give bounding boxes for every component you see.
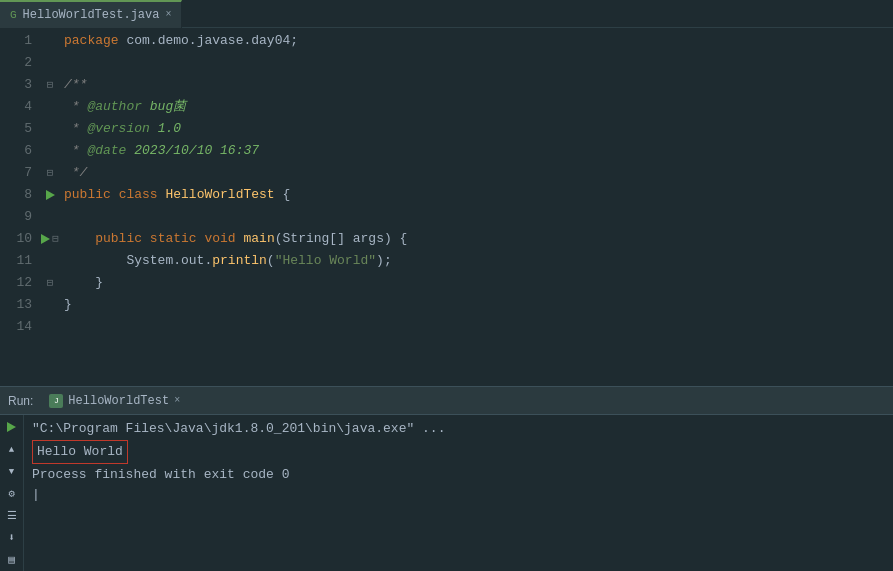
run-tab-java-icon: J — [54, 396, 59, 405]
java-file-icon: G — [10, 9, 17, 21]
code-line-3: /** — [60, 74, 893, 96]
code-line-8: public class HelloWorldTest { — [60, 184, 893, 206]
download-icon: ⬇ — [8, 531, 15, 544]
gutter-1 — [40, 30, 60, 52]
run-download-button[interactable]: ⬇ — [3, 529, 21, 545]
gutter-9 — [40, 206, 60, 228]
run-panel: Run: J HelloWorldTest × — [0, 386, 893, 571]
run-play-button[interactable] — [3, 419, 21, 435]
fold-icon-3[interactable]: ⊟ — [47, 74, 54, 96]
fold-icon-10[interactable]: ⊟ — [52, 228, 59, 250]
code-line-12: } — [60, 272, 893, 294]
code-line-5: * @version 1.0 — [60, 118, 893, 140]
cursor-line: | — [32, 485, 885, 505]
process-finished-line: Process finished with exit code 0 — [32, 465, 885, 485]
run-print-button[interactable]: ▤ — [3, 551, 21, 567]
code-content[interactable]: package com.demo.javase.day04; /** * @au… — [60, 28, 893, 386]
run-scroll-up-button[interactable] — [3, 441, 21, 457]
code-line-6: * @date 2023/10/10 16:37 — [60, 140, 893, 162]
code-line-10: public static void main(String[] args) { — [60, 228, 893, 250]
run-output: "C:\Program Files\Java\jdk1.8.0_201\bin\… — [24, 415, 893, 571]
run-settings-button[interactable]: ⚙ — [3, 485, 21, 501]
code-line-4: * @author bug菌 — [60, 96, 893, 118]
gutter-5 — [40, 118, 60, 140]
hello-world-output: Hello World — [32, 439, 885, 465]
fold-end-icon-12: ⊟ — [47, 272, 54, 294]
code-line-14 — [60, 316, 893, 338]
tab-label: HelloWorldTest.java — [23, 8, 160, 22]
code-line-13: } — [60, 294, 893, 316]
gutter: ⊟ ⊟ ⊟ ⊟ — [40, 28, 60, 386]
list-icon: ☰ — [7, 509, 17, 522]
tab-close-button[interactable]: × — [165, 9, 171, 20]
down-arrow-icon — [9, 465, 14, 477]
gutter-14 — [40, 316, 60, 338]
gutter-11 — [40, 250, 60, 272]
tab-bar: G HelloWorldTest.java × — [0, 0, 893, 28]
gutter-2 — [40, 52, 60, 74]
code-line-1: package com.demo.javase.day04; — [60, 30, 893, 52]
gutter-7: ⊟ — [40, 162, 60, 184]
run-tab-bar: Run: J HelloWorldTest × — [0, 387, 893, 415]
cmd-line: "C:\Program Files\Java\jdk1.8.0_201\bin\… — [32, 419, 885, 439]
run-tab-icon: J — [49, 394, 63, 408]
gutter-12: ⊟ — [40, 272, 60, 294]
gutter-10: ⊟ — [40, 228, 60, 250]
code-line-9 — [60, 206, 893, 228]
gutter-8[interactable] — [40, 184, 60, 206]
run-scroll-down-button[interactable] — [3, 463, 21, 479]
gutter-13 — [40, 294, 60, 316]
code-line-2 — [60, 52, 893, 74]
up-arrow-icon — [9, 443, 14, 455]
run-tab-label: HelloWorldTest — [68, 394, 169, 408]
code-editor: 1 2 3 4 5 6 7 8 9 10 11 12 13 14 ⊟ — [0, 28, 893, 386]
run-button-8[interactable] — [46, 190, 55, 200]
gutter-4 — [40, 96, 60, 118]
run-button-10[interactable] — [41, 234, 50, 244]
run-list-button[interactable]: ☰ — [3, 507, 21, 523]
run-label: Run: — [0, 394, 41, 408]
run-tab[interactable]: J HelloWorldTest × — [41, 387, 188, 415]
code-line-11: System.out.println("Hello World"); — [60, 250, 893, 272]
line-numbers: 1 2 3 4 5 6 7 8 9 10 11 12 13 14 — [0, 28, 40, 386]
wrench-icon: ⚙ — [8, 487, 15, 500]
hello-world-text: Hello World — [32, 440, 128, 464]
run-body: ⚙ ☰ ⬇ ▤ "C:\Program Files\Java\jdk1.8.0_… — [0, 415, 893, 571]
play-icon — [7, 422, 16, 432]
editor-tab[interactable]: G HelloWorldTest.java × — [0, 0, 182, 28]
fold-end-icon-7: ⊟ — [47, 162, 54, 184]
editor-area: 1 2 3 4 5 6 7 8 9 10 11 12 13 14 ⊟ — [0, 28, 893, 571]
run-toolbar: ⚙ ☰ ⬇ ▤ — [0, 415, 24, 571]
gutter-6 — [40, 140, 60, 162]
gutter-3: ⊟ — [40, 74, 60, 96]
print-icon: ▤ — [8, 553, 15, 566]
run-tab-close[interactable]: × — [174, 395, 180, 406]
code-line-7: */ — [60, 162, 893, 184]
